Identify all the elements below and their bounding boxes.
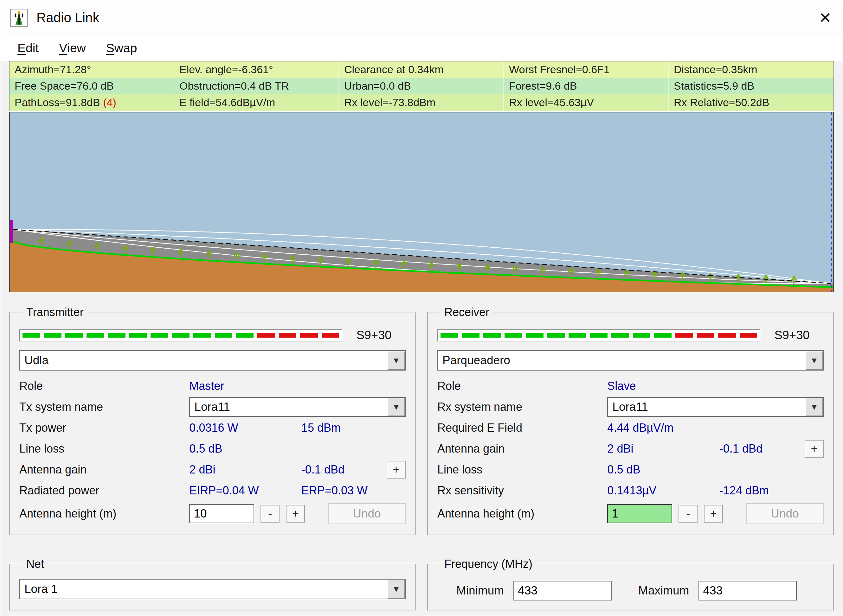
meter-dash (87, 333, 104, 337)
meter-dash (440, 333, 458, 337)
window-title: Radio Link (37, 10, 99, 25)
close-button[interactable]: ✕ (808, 0, 843, 35)
meter-dash (65, 333, 83, 337)
rx-required-e-field-label: Required E Field (437, 421, 607, 434)
tx-erp-value: ERP=0.03 W (302, 484, 383, 497)
rx-antenna-height-input[interactable] (607, 504, 672, 523)
tx-antenna-gain-label: Antenna gain (19, 463, 189, 476)
tx-antenna-gain-plus-button[interactable]: + (387, 461, 406, 478)
rx-system-dropdown-arrow-icon[interactable]: ▼ (805, 398, 823, 416)
net-select[interactable]: Lora 1 ▼ (19, 579, 406, 599)
rx-signal-strength-label: S9+30 (760, 329, 824, 342)
frequency-minimum-label: Minimum (456, 584, 504, 597)
net-dropdown-arrow-icon[interactable]: ▼ (387, 579, 405, 598)
rx-antenna-gain-dbd: -0.1 dBd (719, 442, 801, 455)
tx-system-dropdown-arrow-icon[interactable]: ▼ (387, 398, 405, 416)
tx-height-increase-button[interactable]: + (286, 505, 305, 522)
link-status-grid: Azimuth=71.28° Elev. angle=-6.361° Clear… (9, 61, 834, 111)
receiver-group: Receiver S9+30 Parqueadero ▼ Role Slave … (427, 306, 834, 535)
tx-undo-button[interactable]: Undo (328, 503, 406, 524)
meter-dash (44, 333, 61, 337)
rx-system-select[interactable]: Lora11 ▼ (607, 397, 824, 417)
tx-system-select[interactable]: Lora11 ▼ (189, 397, 406, 417)
antenna-icon (10, 9, 28, 27)
menu-item-view[interactable]: View (49, 35, 96, 61)
frequency-group: Frequency (MHz) Minimum Maximum (427, 557, 834, 611)
menu-item-swap[interactable]: Swap (96, 35, 147, 61)
terrain-profile-svg (10, 113, 833, 292)
status-cell-worst-fresnel: Worst Fresnel=0.6F1 (504, 62, 669, 78)
frequency-maximum-input[interactable] (699, 581, 797, 600)
rx-height-increase-button[interactable]: + (704, 505, 723, 522)
tx-line-loss-label: Line loss (19, 442, 189, 455)
radio-link-window: Radio Link ✕ Edit View Swap Azimuth=71.2… (0, 0, 843, 616)
terrain-profile-chart (9, 112, 834, 292)
tx-role-label: Role (19, 380, 189, 393)
tx-signal-meter (19, 329, 342, 342)
rx-role-value: Slave (607, 380, 719, 393)
rx-undo-button[interactable]: Undo (746, 503, 824, 524)
meter-dash (300, 333, 318, 337)
meter-dash (697, 333, 714, 337)
meter-dash (215, 333, 232, 337)
tx-radiated-power-label: Radiated power (19, 484, 189, 497)
status-cell-azimuth: Azimuth=71.28° (9, 62, 174, 78)
tx-signal-strength-label: S9+30 (342, 329, 406, 342)
meter-dash (108, 333, 125, 337)
meter-dash (462, 333, 479, 337)
meter-dash (675, 333, 693, 337)
meter-dash (236, 333, 253, 337)
status-cell-obstruction: Obstruction=0.4 dB TR (174, 78, 339, 94)
transmitter-legend: Transmitter (22, 306, 87, 319)
tx-antenna-height-label: Antenna height (m) (19, 507, 189, 520)
meter-dash (483, 333, 501, 337)
meter-dash (740, 333, 757, 337)
tx-power-label: Tx power (19, 421, 189, 434)
menu-bar: Edit View Swap (0, 35, 843, 61)
meter-dash (633, 333, 650, 337)
status-cell-forest: Forest=9.6 dB (504, 78, 669, 94)
frequency-minimum-input[interactable] (513, 581, 612, 600)
rx-antenna-gain-plus-button[interactable]: + (805, 440, 824, 458)
rx-unit-select[interactable]: Parqueadero ▼ (437, 350, 824, 371)
status-cell-clearance: Clearance at 0.34km (339, 62, 504, 78)
rx-role-label: Role (437, 380, 607, 393)
tx-antenna-height-input[interactable] (189, 504, 254, 523)
rx-sensitivity-uv: 0.1413µV (607, 484, 719, 497)
meter-dash (547, 333, 565, 337)
tx-unit-dropdown-arrow-icon[interactable]: ▼ (387, 351, 405, 370)
tx-height-decrease-button[interactable]: - (260, 505, 280, 522)
meter-dash (569, 333, 586, 337)
rx-required-e-field-value: 4.44 dBµV/m (607, 421, 719, 434)
meter-dash (172, 333, 190, 337)
rx-signal-meter (437, 329, 760, 342)
menu-item-edit[interactable]: Edit (7, 35, 49, 61)
tx-power-dbm: 15 dBm (302, 421, 383, 434)
meter-dash (279, 333, 296, 337)
meter-dash (526, 333, 543, 337)
tx-unit-select[interactable]: Udla ▼ (19, 350, 406, 371)
receiver-legend: Receiver (440, 306, 493, 319)
rx-sensitivity-dbm: -124 dBm (719, 484, 801, 497)
meter-dash (193, 333, 211, 337)
tx-antenna-gain-dbd: -0.1 dBd (302, 463, 383, 476)
rx-sensitivity-label: Rx sensitivity (437, 484, 607, 497)
status-cell-elev-angle: Elev. angle=-6.361° (174, 62, 339, 78)
status-row-1: Azimuth=71.28° Elev. angle=-6.361° Clear… (9, 62, 834, 78)
pathloss-note: (4) (103, 96, 116, 108)
rx-height-decrease-button[interactable]: - (678, 505, 697, 522)
meter-dash (322, 333, 339, 337)
frequency-legend: Frequency (MHz) (440, 557, 536, 571)
status-cell-statistics: Statistics=5.9 dB (669, 78, 834, 94)
rx-antenna-gain-dbi: 2 dBi (607, 442, 719, 455)
tx-system-label: Tx system name (19, 400, 189, 414)
meter-dash (129, 333, 147, 337)
rx-system-label: Rx system name (437, 400, 607, 414)
tx-line-loss-value: 0.5 dB (189, 442, 302, 455)
meter-dash (590, 333, 608, 337)
status-cell-pathloss: PathLoss=91.8dB(4) (9, 94, 174, 111)
rx-unit-dropdown-arrow-icon[interactable]: ▼ (805, 351, 823, 370)
meter-dash (505, 333, 522, 337)
net-group: Net Lora 1 ▼ (9, 557, 416, 611)
tx-power-watts: 0.0316 W (189, 421, 302, 434)
